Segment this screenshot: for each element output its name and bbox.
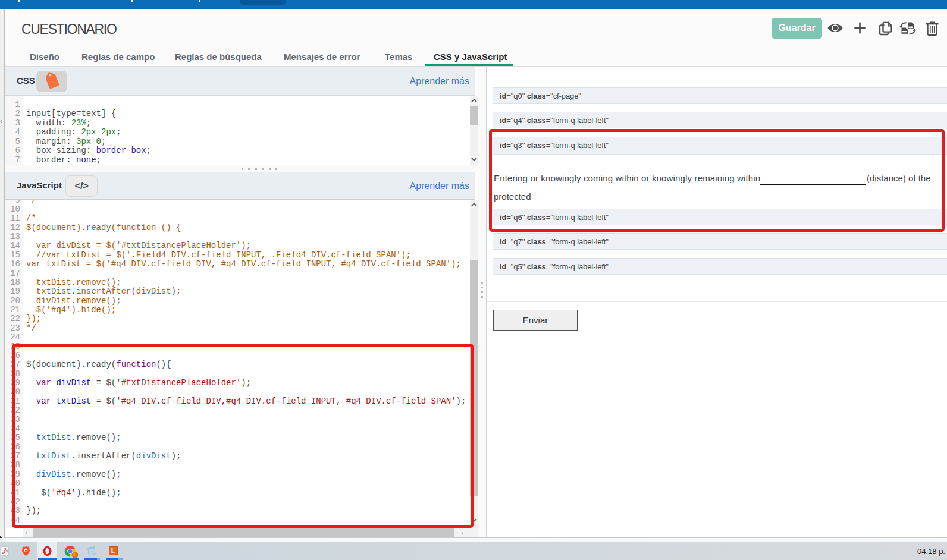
svg-text:L: L: [74, 552, 77, 558]
